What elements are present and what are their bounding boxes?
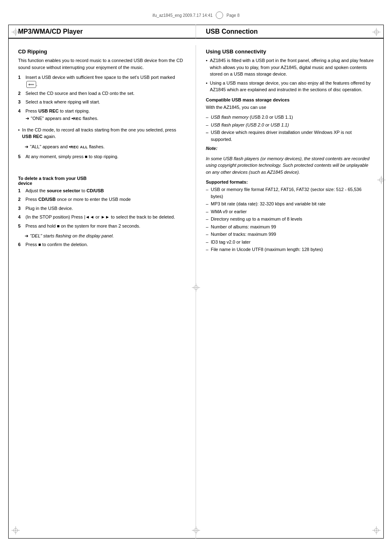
page-titles-bar: MP3/WMA/CD Player USB Connection xyxy=(8,25,384,39)
note-heading: Note: xyxy=(206,145,374,152)
spacer-1 xyxy=(18,164,186,172)
cd-ripping-heading: CD Ripping xyxy=(18,48,186,55)
format-2: MP3 bit rate (data rate): 32-320 kbps an… xyxy=(206,200,374,207)
del-step-6-num: 6 xyxy=(18,241,25,248)
del-step-4: 4 (In the STOP position) Press |◄◄ or ►►… xyxy=(18,214,186,221)
delete-heading-text: To delete a track from your USBdevice xyxy=(18,176,87,186)
note-text: In some USB flash players (or memory dev… xyxy=(206,155,374,176)
arrow-icon-1: ➜ xyxy=(25,115,29,122)
step-5-content: At any moment, simply press ■ to stop ri… xyxy=(25,153,186,160)
usb-dash-2: USB flash player (USB 2.0 or USB 1.1) xyxy=(206,122,374,129)
arrow-icon-3: ➜ xyxy=(25,233,28,240)
usb-sub-bullet-1-text: USB device which requires driver install… xyxy=(211,129,374,143)
cd-bullet-1-text: In the CD mode, to record all tracks sta… xyxy=(22,127,186,140)
step-2: 2 Select the CD source and then load a C… xyxy=(18,90,186,97)
del-step-3-num: 3 xyxy=(18,205,25,212)
step-3-content: Select a track where ripping will start. xyxy=(25,99,186,106)
step-1-num: 1 xyxy=(18,74,25,88)
cd-bullet-1: In the CD mode, to record all tracks sta… xyxy=(18,127,186,140)
format-8: File name in Uicode UTF8 (maximum length… xyxy=(206,246,374,253)
usb-connectivity-heading: Using USB connectivity xyxy=(206,48,374,55)
left-column: CD Ripping This function enables you to … xyxy=(8,45,196,539)
step-4: 4 Press USB REC to start ripping. ➜ "ONE… xyxy=(18,108,186,123)
del-step-2-num: 2 xyxy=(18,196,25,203)
format-4: Directory nesting up to a maximum of 8 l… xyxy=(206,216,374,223)
right-column: Using USB connectivity AZ1845 is fitted … xyxy=(196,45,384,539)
left-page-title: MP3/WMA/CD Player xyxy=(18,28,83,35)
step-2-content: Select the CD source and then load a CD … xyxy=(25,90,186,97)
cd-ripping-step5: 5 At any moment, simply press ■ to stop … xyxy=(18,153,186,160)
compatible-usb-section: Compatible USB mass storage devices With… xyxy=(206,97,374,143)
compatible-usb-list: USB flash memory (USB 2.0 or USB 1.1) US… xyxy=(206,114,374,143)
supported-formats-list: USB or memory file format FAT12, FAT16, … xyxy=(206,186,374,253)
file-info: ifu_az1845_eng 2009.7.17 14:41 xyxy=(152,13,212,18)
del-step-6: 6 Press ■ to confirm the deletion. xyxy=(18,241,186,248)
usb-dash-1: USB flash memory (USB 2.0 or USB 1.1) xyxy=(206,114,374,121)
usb-icon: ⟸ xyxy=(26,81,36,88)
right-page-title: USB Connection xyxy=(206,28,258,35)
del-arrow-text: "DEL" starts flashing on the display pan… xyxy=(30,233,114,240)
right-page-title-container: USB Connection xyxy=(196,25,384,39)
cd-ripping-section: CD Ripping This function enables you to … xyxy=(18,48,186,160)
step-5-num: 5 xyxy=(18,153,25,160)
step-4-num: 4 xyxy=(18,108,25,123)
step-3: 3 Select a track where ripping will star… xyxy=(18,99,186,106)
supported-formats-heading: Supported formats: xyxy=(206,180,374,184)
step-5: 5 At any moment, simply press ■ to stop … xyxy=(18,153,186,160)
header-bar: ifu_az1845_eng 2009.7.17 14:41 Page 8 xyxy=(152,12,240,19)
format-6: Number of tracks: maximum 999 xyxy=(206,231,374,238)
format-3: WMA v9 or earlier xyxy=(206,208,374,215)
step-1: 1 Insert a USB device with sufficient fr… xyxy=(18,74,186,88)
delete-heading: To delete a track from your USBdevice xyxy=(18,176,186,186)
usb-dash-3: USB device which requires driver install… xyxy=(206,129,374,143)
del-step-5: 5 Press and hold ■ on the system for mor… xyxy=(18,223,186,230)
cd-ripping-bullets: In the CD mode, to record all tracks sta… xyxy=(18,127,186,140)
main-content: CD Ripping This function enables you to … xyxy=(8,45,384,539)
format-7: ID3 tag v2.0 or later xyxy=(206,239,374,246)
usb-sub-bullet-1: USB device which requires driver install… xyxy=(206,129,374,143)
all-arrow-item: ➜ "ALL" appears and •REC ALL flashes. xyxy=(25,143,186,150)
registration-mark xyxy=(216,12,223,19)
all-arrow-text: "ALL" appears and •REC ALL flashes. xyxy=(30,143,105,150)
delete-step6: 6 Press ■ to confirm the deletion. xyxy=(18,241,186,248)
del-step-4-content: (In the STOP position) Press |◄◄ or ►► t… xyxy=(25,214,186,221)
del-step-6-content: Press ■ to confirm the deletion. xyxy=(25,241,186,248)
step-4-arrow-text: "ONE" appears and •REC flashes. xyxy=(31,115,98,122)
del-step-4-num: 4 xyxy=(18,214,25,221)
usb-connectivity-bullets: AZ1845 is fitted with a USB port in the … xyxy=(206,57,374,93)
format-5: Number of albums: maximum 99 xyxy=(206,223,374,230)
del-step-2: 2 Press CD/USB once or more to enter the… xyxy=(18,196,186,203)
usb-bullet-1: AZ1845 is fitted with a USB port in the … xyxy=(206,57,374,78)
cd-ripping-intro: This function enables you to record musi… xyxy=(18,57,186,71)
usb-bullet-2-text: Using a USB mass storage device, you can… xyxy=(210,80,374,93)
del-step-5-num: 5 xyxy=(18,223,25,230)
left-page-title-container: MP3/WMA/CD Player xyxy=(8,25,196,39)
step-2-num: 2 xyxy=(18,90,25,97)
supported-formats-section: Supported formats: USB or memory file fo… xyxy=(206,180,374,253)
del-step-2-content: Press CD/USB once or more to enter the U… xyxy=(25,196,186,203)
del-step-1-num: 1 xyxy=(18,187,25,194)
step-1-content: Insert a USB device with sufficient free… xyxy=(25,74,186,88)
arrow-icon-2: ➜ xyxy=(25,143,28,150)
format-1: USB or memory file format FAT12, FAT16, … xyxy=(206,186,374,200)
del-step-1-content: Adjust the source selector to CD/USB xyxy=(25,187,186,194)
del-step-5-content: Press and hold ■ on the system for more … xyxy=(25,223,186,230)
delete-section: To delete a track from your USBdevice 1 … xyxy=(18,176,186,248)
usb-bullet-1-text: AZ1845 is fitted with a USB port in the … xyxy=(210,57,374,78)
compatible-usb-intro: With the AZ1845, you can use xyxy=(206,104,374,111)
del-step-3-content: Plug in the USB device. xyxy=(25,205,186,212)
step-3-num: 3 xyxy=(18,99,25,106)
del-step-1: 1 Adjust the source selector to CD/USB xyxy=(18,187,186,194)
usb-bullet-2: Using a USB mass storage device, you can… xyxy=(206,80,374,93)
compatible-usb-heading: Compatible USB mass storage devices xyxy=(206,97,374,102)
del-step-3: 3 Plug in the USB device. xyxy=(18,205,186,212)
usb-sub-bullet: USB device which requires driver install… xyxy=(206,129,374,143)
cd-ripping-steps: 1 Insert a USB device with sufficient fr… xyxy=(18,74,186,123)
delete-steps: 1 Adjust the source selector to CD/USB 2… xyxy=(18,187,186,230)
page-number: Page 8 xyxy=(226,13,240,18)
note-section: Note: In some USB flash players (or memo… xyxy=(206,145,374,175)
step-4-content: Press USB REC to start ripping. ➜ "ONE" … xyxy=(25,108,186,123)
usb-connectivity-section: Using USB connectivity AZ1845 is fitted … xyxy=(206,48,374,93)
del-arrow-item: ➜ "DEL" starts flashing on the display p… xyxy=(25,233,186,240)
